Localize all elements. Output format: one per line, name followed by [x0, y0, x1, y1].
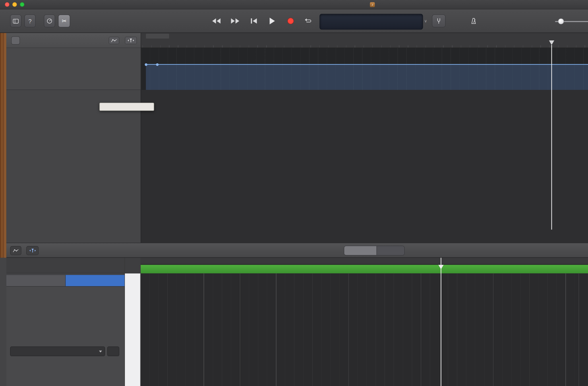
- quantize-apply-button[interactable]: [107, 346, 119, 356]
- catch-icon: [29, 248, 36, 253]
- count-in-button[interactable]: [450, 15, 466, 27]
- record-button[interactable]: [283, 15, 299, 27]
- rewind-icon: [212, 18, 221, 24]
- lcd-chevron-icon[interactable]: ∨: [424, 19, 427, 24]
- editor-region-bar[interactable]: [141, 265, 588, 273]
- tuner-icon: [436, 18, 441, 24]
- tooltip: [99, 103, 154, 111]
- tempo-track-header[interactable]: [6, 48, 141, 90]
- header-panel-footer: [6, 230, 141, 243]
- add-track-button[interactable]: [11, 36, 20, 45]
- piano-roll-area: [141, 258, 588, 386]
- library-icon: [13, 19, 19, 24]
- play-icon: [269, 17, 275, 24]
- catch-playhead-button[interactable]: [125, 37, 137, 44]
- inspector-tabs: [6, 274, 124, 286]
- knob-icon: [47, 18, 53, 24]
- time-quantize-select[interactable]: [10, 346, 105, 356]
- editor-playhead-line[interactable]: [441, 258, 441, 386]
- tempo-track-lane[interactable]: [141, 48, 588, 90]
- track-header-panel: [6, 33, 141, 243]
- tempo-automation-line[interactable]: [146, 64, 588, 65]
- editor-inspector: [6, 258, 125, 386]
- help-button[interactable]: ?: [24, 15, 36, 27]
- tab-notes[interactable]: [65, 275, 124, 286]
- automation-curve-icon: [111, 38, 117, 42]
- cycle-icon: [304, 18, 312, 24]
- metronome-button[interactable]: [467, 15, 480, 27]
- show-automation-button[interactable]: [109, 37, 119, 44]
- automation-curve-icon: [13, 249, 19, 253]
- editor-automation-button[interactable]: [10, 246, 21, 255]
- master-volume-knob[interactable]: [558, 18, 564, 24]
- play-button[interactable]: [264, 15, 281, 27]
- editor-catch-button[interactable]: [26, 246, 38, 255]
- fast-forward-button[interactable]: [227, 15, 243, 27]
- close-window-button[interactable]: [5, 2, 9, 7]
- timeline-ruler[interactable]: [141, 33, 588, 48]
- chevron-down-icon: [99, 351, 102, 353]
- catch-icon: [127, 38, 134, 43]
- tuner-button[interactable]: [432, 15, 446, 27]
- track-header-toolbar: [6, 33, 141, 48]
- fast-forward-icon: [231, 18, 239, 24]
- go-to-beginning-icon: [250, 18, 257, 24]
- scissors-icon: ✂: [62, 17, 66, 24]
- tab-piano-roll[interactable]: [344, 246, 376, 255]
- record-icon: [287, 17, 294, 24]
- editor-playhead-marker[interactable]: [438, 265, 444, 269]
- library-button[interactable]: [10, 15, 21, 27]
- editor-ruler[interactable]: [141, 258, 588, 265]
- cycle-button[interactable]: [300, 15, 316, 27]
- tab-region[interactable]: [6, 275, 65, 286]
- rewind-button[interactable]: [208, 15, 225, 27]
- piano-roll-editor: [0, 258, 588, 386]
- metronome-icon: [471, 18, 476, 24]
- help-icon: ?: [28, 18, 32, 24]
- editors-button[interactable]: ✂: [58, 15, 70, 27]
- garageband-window: ♪ ? ✂: [0, 0, 588, 386]
- playhead-line[interactable]: [551, 45, 552, 230]
- lcd-display[interactable]: [320, 14, 423, 30]
- zoom-window-button[interactable]: [20, 2, 24, 7]
- keys-header: [125, 258, 141, 274]
- title-bar: ♪: [0, 0, 588, 9]
- editor-view-switch: [344, 246, 405, 256]
- editor-toolbar: [6, 243, 588, 258]
- ruler-minor-ticks: [141, 45, 588, 48]
- document-icon: ♪: [370, 2, 375, 7]
- tab-score[interactable]: [376, 246, 404, 255]
- cycle-range[interactable]: [146, 34, 169, 39]
- selection-info: [6, 258, 124, 274]
- tracks-timeline: [141, 33, 588, 243]
- piano-keyboard: [125, 273, 141, 386]
- playhead-marker[interactable]: [549, 40, 554, 45]
- note-grid[interactable]: [141, 273, 588, 386]
- tempo-area-fill: [146, 65, 588, 90]
- smart-controls-button[interactable]: [44, 15, 55, 27]
- minimize-window-button[interactable]: [12, 2, 17, 7]
- go-to-beginning-button[interactable]: [246, 15, 262, 27]
- tempo-point[interactable]: [145, 63, 147, 66]
- control-bar: ? ✂ ∨: [0, 9, 588, 33]
- tempo-point[interactable]: [156, 63, 158, 66]
